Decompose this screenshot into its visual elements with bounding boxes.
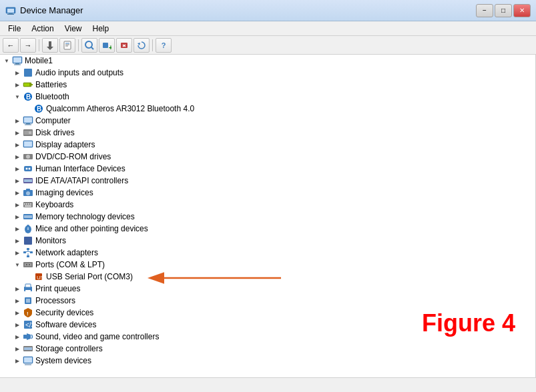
minimize-button[interactable]: −	[476, 4, 493, 17]
svg-rect-33	[25, 125, 31, 125]
tree-item-batteries[interactable]: ▶Batteries	[0, 79, 535, 91]
tree-item-print[interactable]: ▶Print queues	[0, 283, 535, 295]
expand-icon-keyboards[interactable]: ▶	[12, 199, 23, 210]
tree-icon-processors	[23, 295, 33, 306]
expand-icon-software[interactable]: ▶	[12, 319, 23, 330]
menu-file[interactable]: File	[3, 23, 26, 35]
expand-icon-ide[interactable]: ▶	[12, 175, 23, 186]
tree-item-monitors[interactable]: ▶Monitors	[0, 235, 535, 247]
expand-icon-storage[interactable]: ▶	[12, 343, 23, 354]
toolbar-separator-2	[78, 39, 79, 51]
tree-item-computer[interactable]: ▶Computer	[0, 115, 535, 127]
expand-icon-memory[interactable]: ▶	[12, 211, 23, 222]
status-bar	[0, 377, 536, 392]
tree-item-keyboards[interactable]: ▶Keyboards	[0, 199, 535, 211]
svg-point-36	[29, 131, 31, 134]
tree-label-network: Network adapters	[35, 248, 98, 257]
expand-icon-batteries[interactable]: ▶	[12, 79, 23, 90]
tree-item-bluetooth[interactable]: ▼BBluetooth	[0, 91, 535, 103]
expand-icon-bluetooth[interactable]: ▼	[12, 91, 23, 102]
expand-icon-root[interactable]: ▼	[1, 55, 12, 66]
tree-item-hid[interactable]: ▶Human Interface Devices	[0, 163, 535, 175]
tree-item-processors[interactable]: ▶Processors	[0, 295, 535, 307]
expand-icon-system[interactable]: ▶	[12, 355, 23, 366]
help-button[interactable]: ?	[156, 38, 172, 53]
tree-item-ide[interactable]: ▶IDE ATA/ATAPI controllers	[0, 175, 535, 187]
expand-icon-imaging[interactable]: ▶	[12, 187, 23, 198]
tree-label-software: Software devices	[35, 320, 96, 329]
menu-help[interactable]: Help	[87, 23, 115, 35]
svg-marker-5	[47, 47, 53, 50]
tree-label-processors: Processors	[35, 296, 75, 305]
tree-icon-keyboards	[23, 199, 33, 210]
expand-icon-computer[interactable]: ▶	[12, 115, 23, 126]
svg-point-47	[26, 191, 30, 195]
tree-item-audio[interactable]: ▶Audio inputs and outputs	[0, 67, 535, 79]
tree-label-security: Security devices	[35, 308, 93, 317]
title-bar: Device Manager − □ ✕	[0, 0, 536, 21]
tree-icon-bluetooth: B	[23, 91, 33, 102]
tree-item-security[interactable]: ▶!Security devices	[0, 307, 535, 319]
svg-rect-72	[29, 264, 30, 265]
tree-item-bt-device[interactable]: BQualcomm Atheros AR3012 Bluetooth 4.0	[0, 103, 535, 115]
update-icon	[137, 41, 146, 50]
svg-point-59	[27, 225, 29, 227]
menu-view[interactable]: View	[59, 23, 87, 35]
expand-icon-processors[interactable]: ▶	[12, 295, 23, 306]
tree-item-dvd[interactable]: ▶DVD/CD-ROM drives	[0, 151, 535, 163]
expand-icon-disk[interactable]: ▶	[12, 127, 23, 138]
expand-icon-monitors[interactable]: ▶	[12, 235, 23, 246]
tree-item-root[interactable]: ▼Mobile1	[0, 55, 535, 67]
tree-item-network[interactable]: ▶Network adapters	[0, 247, 535, 259]
device-tree[interactable]: ▼Mobile1▶Audio inputs and outputs▶Batter…	[0, 55, 536, 377]
tree-item-system[interactable]: ▶System devices	[0, 355, 535, 367]
add-driver-button[interactable]: +	[99, 38, 115, 53]
tree-item-display[interactable]: ▶Display adapters	[0, 139, 535, 151]
tree-label-audio: Audio inputs and outputs	[35, 68, 123, 77]
tree-item-sound[interactable]: ▶Sound, video and game controllers	[0, 331, 535, 343]
remove-button[interactable]	[116, 38, 132, 53]
window-title: Device Manager	[20, 5, 83, 15]
tree-item-storage[interactable]: ▶Storage controllers	[0, 343, 535, 355]
expand-icon-print[interactable]: ▶	[12, 283, 23, 294]
close-button[interactable]: ✕	[513, 4, 531, 17]
back-button[interactable]: ←	[3, 38, 19, 53]
tree-label-monitors: Monitors	[35, 236, 66, 245]
tree-item-mice[interactable]: ▶Mice and other pointing devices	[0, 223, 535, 235]
scan-button[interactable]	[81, 38, 97, 53]
back-icon: ←	[7, 41, 15, 49]
expand-icon-audio[interactable]: ▶	[12, 67, 23, 78]
forward-button[interactable]: →	[20, 38, 36, 53]
expand-icon-hid[interactable]: ▶	[12, 163, 23, 174]
update-button[interactable]	[133, 38, 150, 53]
tree-item-usb-serial[interactable]: USBUSB Serial Port (COM3)	[0, 271, 535, 283]
expand-icon-security[interactable]: ▶	[12, 307, 23, 318]
window-controls[interactable]: − □ ✕	[476, 4, 531, 17]
expand-icon-network[interactable]: ▶	[12, 247, 23, 258]
tree-label-root: Mobile1	[25, 56, 53, 65]
svg-rect-22	[24, 69, 32, 77]
tree-item-disk[interactable]: ▶Disk drives	[0, 127, 535, 139]
expand-icon-mice[interactable]: ▶	[12, 223, 23, 234]
svg-rect-88	[24, 357, 32, 363]
svg-rect-21	[14, 65, 21, 65]
menu-action[interactable]: Action	[26, 23, 59, 35]
properties-button[interactable]	[59, 38, 75, 53]
tree-icon-software: </>	[23, 319, 33, 330]
expand-icon-dvd[interactable]: ▶	[12, 151, 23, 162]
tree-label-print: Print queues	[35, 284, 80, 293]
expand-icon-display[interactable]: ▶	[12, 139, 23, 150]
expand-icon-sound[interactable]: ▶	[12, 331, 23, 342]
tree-item-ports[interactable]: ▼Ports (COM & LPT)	[0, 259, 535, 271]
svg-rect-41	[24, 166, 32, 171]
tree-item-imaging[interactable]: ▶Imaging devices	[0, 187, 535, 199]
expand-icon-usb-serial[interactable]	[23, 271, 33, 282]
tree-label-disk: Disk drives	[35, 128, 75, 137]
tree-item-software[interactable]: ▶</>Software devices	[0, 319, 535, 331]
expand-icon-ports[interactable]: ▼	[12, 259, 23, 270]
forward-icon: →	[25, 41, 32, 49]
up-button[interactable]	[42, 38, 58, 53]
expand-icon-bt-device[interactable]	[23, 103, 33, 114]
tree-item-memory[interactable]: ▶Memory technology devices	[0, 211, 535, 223]
maximize-button[interactable]: □	[495, 4, 512, 17]
